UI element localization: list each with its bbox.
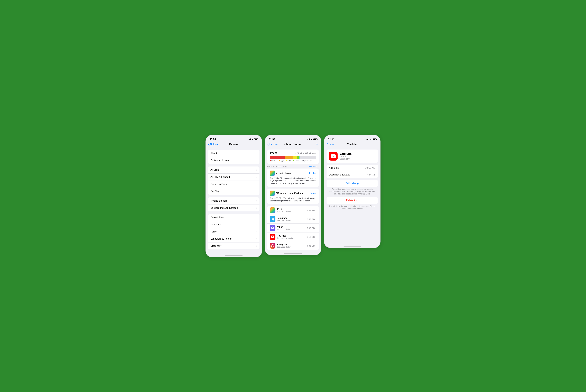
sidebar-item-dictionary[interactable]: Dictionary › [208, 242, 259, 250]
youtube-app-icon [270, 234, 275, 240]
sidebar-item-date-time[interactable]: Date & Time › [208, 214, 259, 221]
settings-group-1: About › Software Update › [208, 150, 259, 164]
telegram-app-icon [270, 216, 275, 222]
chevron-icon: › [316, 236, 316, 238]
instagram-app-icon [270, 243, 275, 248]
instagram-app-info: Instagram Last Used: Today [277, 243, 307, 248]
content-1: About › Software Update › AirDrop › AirP… [206, 147, 262, 252]
phone-iphone-storage: 11:59 ▲ General iPhone Storage [265, 135, 321, 256]
status-bar-1: 11:59 ▲ [206, 135, 262, 142]
system-segment [300, 156, 316, 159]
rec-card-icloud: iCloud Photos Enable Save 75,74 GB – Aut… [267, 168, 319, 187]
time-3: 11:59 [328, 138, 334, 140]
rec-card-header-1: iCloud Photos Enable [270, 170, 316, 176]
chevron-icon: › [256, 238, 257, 240]
legend-photos: Photos [270, 160, 276, 162]
rec-action-empty[interactable]: Empty [310, 192, 316, 194]
wifi-icon-3: ▲ [370, 138, 372, 140]
offload-app-button[interactable]: Offload App [327, 180, 378, 187]
phone-youtube-detail: 11:59 ▲ Back YouTube [324, 135, 380, 248]
chevron-icon: › [256, 152, 257, 154]
settings-group-3: iPhone Storage › Background App Refresh … [208, 198, 259, 212]
chevron-icon: › [316, 218, 316, 220]
chevron-icon: › [256, 223, 257, 226]
viber-app-info: Viber Last Used: Today [277, 226, 307, 230]
offload-desc: This will free up storage used by the ap… [327, 188, 378, 195]
yt-stats: App Size 284,5 MB Documents & Data 7,84 … [327, 164, 378, 178]
page-title-1: General [229, 143, 238, 146]
icloud-photos-icon [270, 170, 275, 176]
rec-title-1: iCloud Photos [276, 172, 291, 174]
nav-bar-3: Back YouTube [324, 142, 380, 147]
chevron-icon: › [256, 207, 257, 209]
sidebar-item-iphone-storage[interactable]: iPhone Storage › [208, 198, 259, 204]
wifi-icon-1: ▲ [252, 138, 253, 140]
sidebar-item-background-app-refresh[interactable]: Background App Refresh › [208, 204, 259, 212]
yt-app-header: YouTube 18.39.1 Google LLC [327, 150, 378, 163]
status-icons-2: ▲ [307, 138, 317, 140]
app-list: Photos Last Used: Today 78,41 GB › Teleg… [267, 206, 319, 250]
sidebar-item-airplay-handoff[interactable]: AirPlay & Handoff › [208, 174, 259, 181]
list-item-telegram[interactable]: Telegram Last Used: Today 10,52 GB › [267, 215, 319, 224]
chevron-icon: › [316, 227, 316, 229]
sidebar-item-picture-in-picture[interactable]: Picture in Picture › [208, 181, 259, 188]
signal-icon-1 [248, 138, 251, 140]
battery-icon-3 [373, 138, 376, 140]
show-all-button[interactable]: SHOW ALL [309, 166, 319, 168]
content-3: YouTube 18.39.1 Google LLC App Size 284,… [324, 147, 380, 243]
back-button-3[interactable]: Back [327, 143, 334, 146]
svg-point-3 [273, 245, 273, 245]
rec-card-header-2: "Recently Deleted" Album Empty [270, 190, 316, 196]
time-2: 11:59 [269, 138, 275, 140]
sidebar-item-software-update[interactable]: Software Update › [208, 157, 259, 164]
back-button-2[interactable]: General [267, 143, 278, 146]
phone-general: 11:59 ▲ Settings General [206, 135, 262, 257]
delete-app-button[interactable]: Delete App [327, 197, 378, 204]
rec-action-enable[interactable]: Enable [309, 172, 316, 174]
home-indicator-3 [324, 243, 380, 248]
home-indicator-2 [265, 250, 321, 255]
rec-card-left-2: "Recently Deleted" Album [270, 190, 303, 196]
legend-ios: iOS [286, 160, 291, 162]
rec-desc-1: Save 75,74 GB – Automatically upload and… [270, 177, 316, 185]
list-item-instagram[interactable]: Instagram Last Used: Today 4,81 GB › [267, 241, 319, 250]
yt-app-text: YouTube 18.39.1 Google LLC [340, 152, 352, 160]
back-button-1[interactable]: Settings [208, 143, 219, 146]
sidebar-item-about[interactable]: About › [208, 150, 259, 157]
rec-card-deleted: "Recently Deleted" Album Empty Save 5,68… [267, 188, 319, 204]
rec-desc-2: Save 5,68 GB – This will permanently del… [270, 197, 316, 202]
list-item-photos[interactable]: Photos Last Used: Today 78,41 GB › [267, 206, 319, 215]
page-title-2: iPhone Storage [284, 143, 302, 146]
offload-section: Offload App This will free up storage us… [327, 180, 378, 195]
time-1: 11:59 [210, 138, 216, 140]
nav-bar-2: General iPhone Storage [265, 142, 321, 147]
youtube-app-info: YouTube Last Used: Yesterday [277, 234, 307, 239]
app-size-row: App Size 284,5 MB [327, 164, 378, 172]
content-2: iPhone 159,3 GB of 256 GB Used Photos [265, 147, 321, 250]
rec-card-left-1: iCloud Photos [270, 170, 291, 176]
wifi-icon-2: ▲ [311, 138, 313, 140]
docs-data-row: Documents & Data 7,84 GB [327, 172, 378, 178]
svg-point-2 [272, 245, 273, 246]
list-item-viber[interactable]: Viber Last Used: Today 9,06 GB › [267, 224, 319, 232]
storage-used-text: 159,3 GB of 256 GB Used [294, 152, 316, 154]
sidebar-item-keyboard[interactable]: Keyboard › [208, 221, 259, 228]
sidebar-item-language-region[interactable]: Language & Region › [208, 235, 259, 242]
sidebar-item-airdrop[interactable]: AirDrop › [208, 166, 259, 174]
search-button[interactable] [316, 142, 319, 146]
chevron-icon: › [316, 244, 316, 247]
chevron-icon: › [256, 216, 257, 219]
storage-device-name: iPhone [270, 152, 277, 154]
home-indicator-1 [206, 252, 262, 257]
sidebar-item-carplay[interactable]: CarPlay › [208, 188, 259, 195]
storage-section: iPhone 159,3 GB of 256 GB Used Photos [267, 150, 319, 164]
sidebar-item-fonts[interactable]: Fonts › [208, 228, 259, 235]
settings-group-4: Date & Time › Keyboard › Fonts › Languag… [208, 214, 259, 250]
signal-icon-2 [307, 138, 310, 140]
recently-deleted-icon [270, 190, 275, 196]
battery-icon-2 [313, 138, 317, 140]
list-item-youtube[interactable]: YouTube Last Used: Yesterday 8,12 GB › [267, 232, 319, 241]
chevron-icon: › [256, 169, 257, 171]
page-title-3: YouTube [347, 143, 357, 146]
battery-icon-1 [254, 138, 258, 140]
